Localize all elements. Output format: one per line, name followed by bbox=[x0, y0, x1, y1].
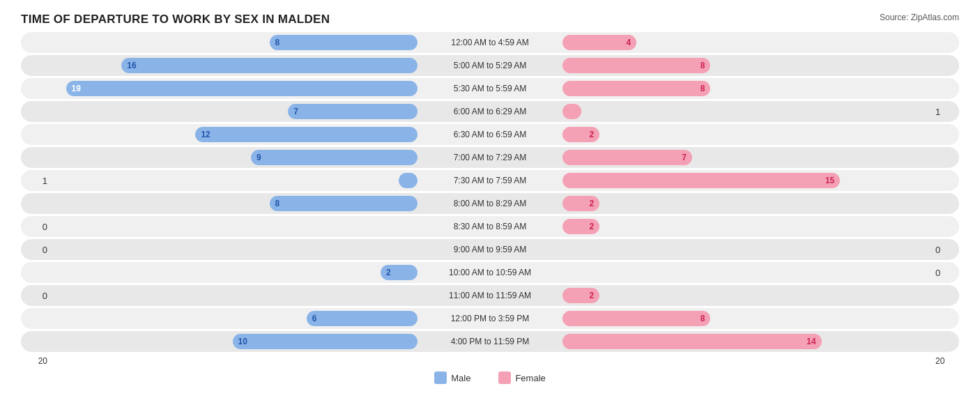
time-label: 7:30 AM to 7:59 AM bbox=[420, 176, 560, 185]
male-bar-area: 19 bbox=[47, 81, 420, 96]
female-bar-area bbox=[560, 104, 933, 119]
female-bar-area: 2 bbox=[560, 288, 933, 303]
female-bar-area: 4 bbox=[560, 35, 933, 50]
left-value: 0 bbox=[21, 245, 47, 255]
female-bar: 4 bbox=[562, 35, 636, 50]
male-bar-area: 12 bbox=[47, 127, 420, 142]
chart-row: 195:30 AM to 5:59 AM8 bbox=[21, 78, 959, 99]
female-bar-area: 2 bbox=[560, 219, 933, 234]
bar-section: 97:00 AM to 7:29 AM7 bbox=[47, 147, 933, 168]
male-bar: 10 bbox=[233, 334, 418, 349]
chart-row: 812:00 AM to 4:59 AM4 bbox=[21, 32, 959, 53]
female-bar: 8 bbox=[562, 81, 710, 96]
bar-section: 11:00 AM to 11:59 AM2 bbox=[47, 285, 933, 306]
time-label: 4:00 PM to 11:59 PM bbox=[420, 337, 560, 346]
female-bar-value: 8 bbox=[700, 314, 705, 323]
male-bar-value: 7 bbox=[293, 107, 298, 116]
male-bar-value: 19 bbox=[72, 84, 81, 93]
time-label: 8:30 AM to 8:59 AM bbox=[420, 222, 560, 231]
female-bar-value: 2 bbox=[589, 199, 594, 208]
male-bar-value: 9 bbox=[257, 153, 261, 162]
male-bar: 12 bbox=[195, 127, 418, 142]
time-label: 9:00 AM to 9:59 AM bbox=[420, 245, 560, 254]
male-bar: 8 bbox=[270, 196, 418, 211]
male-bar: 6 bbox=[307, 311, 418, 326]
female-bar-value: 8 bbox=[700, 84, 705, 93]
chart-row: 126:30 AM to 6:59 AM2 bbox=[21, 124, 959, 145]
male-bar-value: 12 bbox=[201, 130, 210, 139]
male-bar-value: 16 bbox=[127, 61, 136, 70]
male-bar-value: 8 bbox=[275, 199, 280, 208]
right-value: 1 bbox=[933, 107, 959, 117]
left-value: 1 bbox=[21, 176, 47, 186]
chart-row: 612:00 PM to 3:59 PM8 bbox=[21, 308, 959, 329]
bar-section: 195:30 AM to 5:59 AM8 bbox=[47, 78, 933, 99]
male-bar-area bbox=[47, 219, 420, 234]
chart-row: 97:00 AM to 7:29 AM7 bbox=[21, 147, 959, 168]
female-bar: 2 bbox=[562, 196, 599, 211]
left-value: 0 bbox=[21, 222, 47, 232]
female-bar-area: 8 bbox=[560, 311, 933, 326]
chart-area: 812:00 AM to 4:59 AM4165:00 AM to 5:29 A… bbox=[21, 32, 959, 352]
male-bar-area: 8 bbox=[47, 196, 420, 211]
chart-row: 08:30 AM to 8:59 AM2 bbox=[21, 216, 959, 237]
bar-section: 612:00 PM to 3:59 PM8 bbox=[47, 308, 933, 329]
bar-section: 210:00 AM to 10:59 AM bbox=[47, 262, 933, 283]
legend: Male Female bbox=[21, 371, 959, 384]
male-bar-value: 10 bbox=[238, 337, 247, 346]
legend-female-label: Female bbox=[515, 373, 545, 383]
male-bar-area bbox=[47, 288, 420, 303]
male-bar-area: 2 bbox=[47, 265, 420, 280]
bar-section: 812:00 AM to 4:59 AM4 bbox=[47, 32, 933, 53]
bar-section: 9:00 AM to 9:59 AM bbox=[47, 239, 933, 260]
bar-section: 76:00 AM to 6:29 AM bbox=[47, 101, 933, 122]
source-label: Source: ZipAtlas.com bbox=[880, 13, 959, 22]
female-bar-area: 15 bbox=[560, 173, 933, 188]
female-bar-area: 8 bbox=[560, 58, 933, 73]
female-bar-value: 2 bbox=[589, 130, 594, 139]
axis-left: 20 bbox=[21, 356, 47, 366]
male-bar-value: 2 bbox=[386, 268, 391, 277]
female-bar: 8 bbox=[562, 58, 710, 73]
male-bar-value: 8 bbox=[275, 38, 280, 47]
male-bar: 8 bbox=[270, 35, 418, 50]
female-bar-area bbox=[560, 242, 933, 257]
time-label: 10:00 AM to 10:59 AM bbox=[420, 268, 560, 277]
male-bar-area: 10 bbox=[47, 334, 420, 349]
legend-male-color bbox=[434, 371, 447, 384]
chart-title: TIME OF DEPARTURE TO WORK BY SEX IN MALD… bbox=[21, 13, 959, 26]
female-bar-value: 4 bbox=[627, 38, 631, 47]
female-bar: 2 bbox=[562, 219, 599, 234]
legend-female-color bbox=[498, 371, 511, 384]
female-bar-area: 8 bbox=[560, 81, 933, 96]
legend-male: Male bbox=[434, 371, 470, 384]
male-bar-area: 9 bbox=[47, 150, 420, 165]
female-bar-value: 2 bbox=[589, 222, 594, 231]
male-bar-area: 8 bbox=[47, 35, 420, 50]
bar-section: 8:30 AM to 8:59 AM2 bbox=[47, 216, 933, 237]
chart-row: 76:00 AM to 6:29 AM1 bbox=[21, 101, 959, 122]
male-bar bbox=[399, 173, 418, 188]
axis-row: 20 20 bbox=[21, 356, 959, 366]
female-bar: 14 bbox=[562, 334, 822, 349]
time-label: 5:30 AM to 5:59 AM bbox=[420, 84, 560, 93]
female-bar-area: 2 bbox=[560, 196, 933, 211]
time-label: 8:00 AM to 8:29 AM bbox=[420, 199, 560, 208]
female-bar-area: 14 bbox=[560, 334, 933, 349]
axis-right: 20 bbox=[933, 356, 959, 366]
female-bar-area bbox=[560, 265, 933, 280]
female-bar-value: 7 bbox=[682, 153, 687, 162]
male-bar-area: 7 bbox=[47, 104, 420, 119]
male-bar-area: 6 bbox=[47, 311, 420, 326]
chart-row: 011:00 AM to 11:59 AM2 bbox=[21, 285, 959, 306]
male-bar: 9 bbox=[251, 150, 418, 165]
chart-row: 88:00 AM to 8:29 AM2 bbox=[21, 193, 959, 214]
male-bar: 7 bbox=[288, 104, 418, 119]
time-label: 6:30 AM to 6:59 AM bbox=[420, 130, 560, 139]
time-label: 5:00 AM to 5:29 AM bbox=[420, 61, 560, 70]
female-bar-area: 7 bbox=[560, 150, 933, 165]
left-value: 0 bbox=[21, 291, 47, 301]
legend-male-label: Male bbox=[451, 373, 470, 383]
chart-container: TIME OF DEPARTURE TO WORK BY SEX IN MALD… bbox=[0, 0, 980, 414]
bar-section: 165:00 AM to 5:29 AM8 bbox=[47, 55, 933, 76]
